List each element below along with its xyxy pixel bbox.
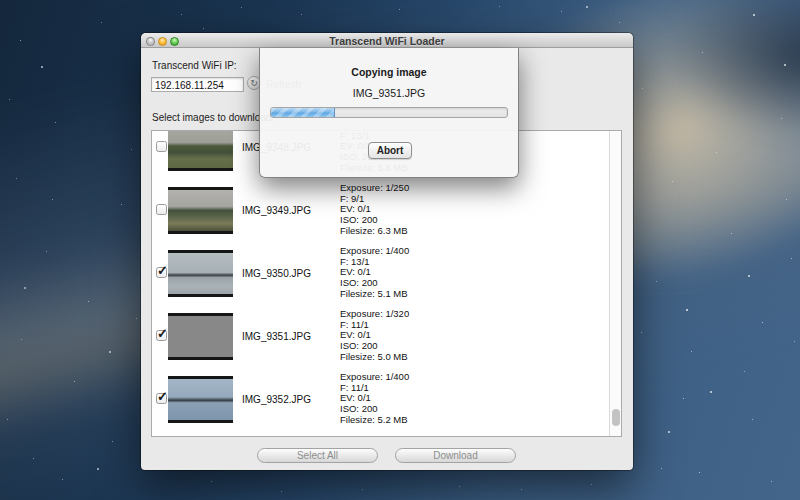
refresh-icon: ↻	[250, 78, 258, 88]
image-filename: IMG_9349.JPG	[242, 205, 311, 216]
list-item: ✓ IMG_9352.JPG Exposure: 1/400 F: 11/1 E…	[152, 368, 610, 431]
image-thumbnail	[168, 313, 233, 360]
list-item: ✓ IMG_9349.JPG Exposure: 1/250 F: 9/1 EV…	[152, 179, 610, 242]
star-field-bright	[0, 0, 2, 2]
title-bar[interactable]: Transcend WiFi Loader	[141, 33, 633, 48]
image-thumbnail	[168, 376, 233, 423]
image-filename: IMG_9350.JPG	[242, 268, 311, 279]
image-metadata: Exposure: 1/400 F: 11/1 EV: 0/1 ISO: 200…	[340, 372, 409, 425]
list-item: ✓ IMG_9351.JPG Exposure: 1/320 F: 11/1 E…	[152, 305, 610, 368]
image-metadata: Exposure: 1/320 F: 11/1 EV: 0/1 ISO: 200…	[340, 309, 409, 362]
copying-dialog: Copying image IMG_9351.JPG Abort	[259, 48, 519, 178]
checkmark-icon: ✓	[157, 263, 168, 278]
image-checkbox[interactable]: ✓	[156, 393, 167, 404]
image-thumbnail	[168, 250, 233, 297]
image-thumbnail	[168, 130, 233, 171]
dialog-filename: IMG_9351.JPG	[260, 87, 518, 99]
scrollbar-thumb[interactable]	[612, 409, 620, 426]
download-button[interactable]: Download	[395, 448, 516, 463]
select-all-button[interactable]: Select All	[257, 448, 378, 463]
ip-label: Transcend WiFi IP:	[152, 60, 237, 71]
image-checkbox[interactable]: ✓	[156, 267, 167, 278]
checkmark-icon: ✓	[157, 389, 168, 404]
progress-bar-fill	[271, 108, 335, 117]
image-filename: IMG_9351.JPG	[242, 331, 311, 342]
app-window: Transcend WiFi Loader Transcend WiFi IP:…	[141, 33, 633, 470]
image-thumbnail	[168, 187, 233, 234]
image-metadata: Exposure: 1/250 F: 9/1 EV: 0/1 ISO: 200 …	[340, 183, 409, 236]
list-scrollbar[interactable]	[609, 131, 621, 436]
dialog-title: Copying image	[260, 66, 518, 78]
select-images-label: Select images to download:	[152, 112, 274, 123]
ip-input[interactable]: 192.168.11.254	[151, 77, 244, 92]
image-checkbox[interactable]: ✓	[156, 204, 167, 215]
list-item: ✓ IMG_9350.JPG Exposure: 1/400 F: 13/1 E…	[152, 242, 610, 305]
abort-button[interactable]: Abort	[368, 142, 412, 159]
window-title: Transcend WiFi Loader	[141, 35, 633, 47]
image-filename: IMG_9352.JPG	[242, 394, 311, 405]
image-checkbox[interactable]: ✓	[156, 330, 167, 341]
image-metadata: Exposure: 1/400 F: 13/1 EV: 0/1 ISO: 200…	[340, 246, 409, 299]
checkmark-icon: ✓	[157, 326, 168, 341]
progress-bar	[270, 107, 508, 118]
image-checkbox[interactable]: ✓	[156, 141, 167, 152]
